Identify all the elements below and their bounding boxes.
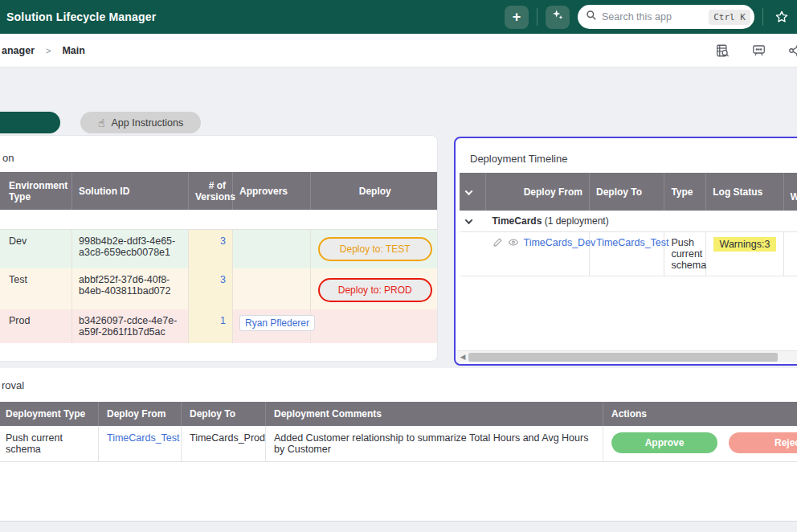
plus-icon: + — [513, 10, 521, 24]
timeline-horizontal-scrollbar[interactable]: ◀ — [457, 350, 797, 362]
deploy-to-link[interactable]: TimeCards_Test — [596, 237, 669, 248]
col-versions: # of Versions — [189, 172, 233, 210]
env-type-cell: Dev — [0, 230, 72, 269]
tab-main-selected[interactable] — [0, 112, 60, 133]
deployment-timeline-title: Deployment Timeline — [470, 153, 567, 165]
deploy-cell — [311, 309, 439, 343]
solution-id-cell: b3426097-cdce-4e7e-a59f-2b61f1b7d5ac — [72, 309, 189, 343]
timeline-group-name: TimeCards — [493, 215, 542, 227]
solution-id-cell: abbf252f-37d6-40f8-b4eb-403811bad072 — [72, 268, 189, 309]
deploy-cell: Deploy to: PROD — [311, 268, 439, 309]
col-deploy-from: Deploy From — [486, 173, 590, 211]
breadcrumb-bar: anager > Main — [0, 34, 797, 68]
deploy-from-link[interactable]: TimeCards_Test — [107, 432, 180, 444]
col-type: Type — [664, 173, 706, 211]
col-deploy: Deploy — [311, 172, 439, 210]
approvers-cell — [233, 230, 311, 269]
deploy-from-link[interactable]: TimeCards_Dev — [524, 237, 596, 248]
breadcrumb-actions — [715, 34, 797, 68]
col-solution-id: Solution ID — [72, 172, 189, 210]
approval-table-header: Deployment Type Deploy From Deploy To De… — [0, 402, 797, 426]
approval-section-title: roval — [2, 379, 24, 391]
scrollbar-thumb[interactable] — [468, 353, 778, 362]
approval-row: Push current schema TimeCards_Test TimeC… — [0, 426, 797, 462]
edit-pencil-icon[interactable] — [493, 237, 503, 250]
col-approvers: Approvers — [233, 172, 311, 210]
search-input[interactable] — [602, 11, 704, 23]
environment-panel: on Environment Type Solution ID # of Ver… — [0, 135, 438, 362]
log-status-cell: Warnings:3 — [706, 232, 783, 276]
row-spacer-cell — [460, 232, 486, 276]
versions-link[interactable]: 1 — [220, 315, 226, 326]
header-divider-2 — [762, 8, 763, 26]
table-row-prod: Prod b3426097-cdce-4e7e-a59f-2b61f1b7d5a… — [0, 309, 438, 343]
solution-id-cell: 998b4b2e-ddf3-4e65-a3c8-659ecb0078e1 — [72, 230, 189, 269]
timeline-group-row: TimeCards (1 deployment) — [460, 211, 797, 232]
hand-pointer-icon: ☝ — [98, 117, 105, 129]
environment-group-row: ronment) — [0, 210, 438, 230]
timeline-group-label: TimeCards (1 deployment) — [486, 211, 797, 232]
timeline-row: TimeCards_Dev TimeCards_Test Push curren… — [460, 232, 797, 276]
approvers-cell: Ryan Pflederer — [233, 309, 311, 343]
table-row-test: Test abbf252f-37d6-40f8-b4eb-403811bad07… — [0, 268, 438, 309]
app-instructions-label: App Instructions — [112, 117, 184, 129]
col-warnings: Warnings — [783, 173, 797, 211]
deployment-timeline-table: Deploy From Deploy To Type Log Status Wa… — [460, 173, 797, 276]
collapse-all-toggle[interactable] — [460, 173, 486, 211]
warnings-badge[interactable]: Warnings:3 — [713, 237, 777, 252]
environment-table-header: Environment Type Solution ID # of Versio… — [0, 172, 438, 210]
add-button[interactable]: + — [505, 6, 529, 29]
versions-link[interactable]: 3 — [220, 235, 226, 247]
bottom-strip — [0, 521, 797, 532]
type-cell: Push current schema — [664, 232, 706, 276]
actions-cell: Approve Reject — [603, 426, 797, 462]
ai-assistant-button[interactable] — [546, 6, 570, 29]
sparkle-icon — [551, 9, 564, 25]
reject-button[interactable]: Reject — [729, 432, 797, 453]
environment-group-label: ronment) — [0, 210, 438, 230]
deploy-to-cell: TimeCards_Prod — [182, 426, 266, 462]
col-deployment-comments: Deployment Comments — [266, 402, 603, 426]
timeline-group-count: (1 deployment) — [542, 215, 608, 227]
presentation-icon[interactable] — [751, 43, 766, 58]
col-deploy-to: Deploy To — [589, 173, 664, 211]
favorite-star-icon[interactable] — [771, 10, 792, 24]
app-title: Solution Lifecycle Manager — [6, 10, 156, 23]
approval-table: Deployment Type Deploy From Deploy To De… — [0, 402, 797, 462]
deploy-to-test-button[interactable]: Deploy to: TEST — [318, 237, 432, 261]
scroll-left-arrow-icon[interactable]: ◀ — [457, 353, 468, 361]
deployment-type-cell: Push current schema — [0, 426, 99, 462]
report-search-icon[interactable] — [715, 43, 730, 58]
col-log-status: Log Status — [706, 173, 783, 211]
environment-table: Environment Type Solution ID # of Versio… — [0, 172, 438, 343]
col-deployment-type: Deployment Type — [0, 402, 99, 426]
deployment-timeline-panel: Deployment Timeline Deploy From Deploy T… — [454, 137, 797, 366]
chevron-down-icon — [465, 187, 473, 195]
breadcrumb-current: Main — [62, 45, 84, 56]
env-type-cell: Test — [0, 268, 72, 309]
deploy-to-cell: TimeCards_Test — [589, 232, 664, 276]
app-instructions-button[interactable]: ☝ App Instructions — [80, 112, 201, 133]
environment-panel-title: on — [2, 152, 14, 164]
header-divider — [537, 8, 537, 26]
approve-button[interactable]: Approve — [611, 432, 717, 453]
app-search[interactable]: Ctrl K — [578, 5, 754, 29]
approver-chip[interactable]: Ryan Pflederer — [239, 315, 315, 331]
search-shortcut-badge: Ctrl K — [709, 10, 750, 25]
deploy-from-cell: TimeCards_Dev — [486, 232, 590, 276]
col-environment-type: Environment Type — [0, 172, 72, 210]
breadcrumb-parent[interactable]: anager — [2, 45, 35, 56]
versions-link[interactable]: 3 — [220, 274, 226, 285]
group-collapse-toggle[interactable] — [460, 211, 486, 232]
header-actions: + Ctrl K — [505, 0, 797, 34]
deploy-from-cell: TimeCards_Test — [99, 426, 182, 462]
share-icon[interactable] — [787, 43, 797, 58]
timeline-table-header: Deploy From Deploy To Type Log Status Wa… — [460, 173, 797, 211]
search-icon — [586, 10, 597, 24]
deploy-to-prod-button[interactable]: Deploy to: PROD — [318, 278, 432, 302]
chevron-down-icon — [465, 216, 473, 224]
col-actions: Actions — [603, 402, 797, 426]
eye-icon[interactable] — [508, 237, 519, 250]
deployment-comments-cell: Added Customer relationship to summarize… — [266, 426, 603, 462]
col-deploy-from: Deploy From — [99, 402, 182, 426]
